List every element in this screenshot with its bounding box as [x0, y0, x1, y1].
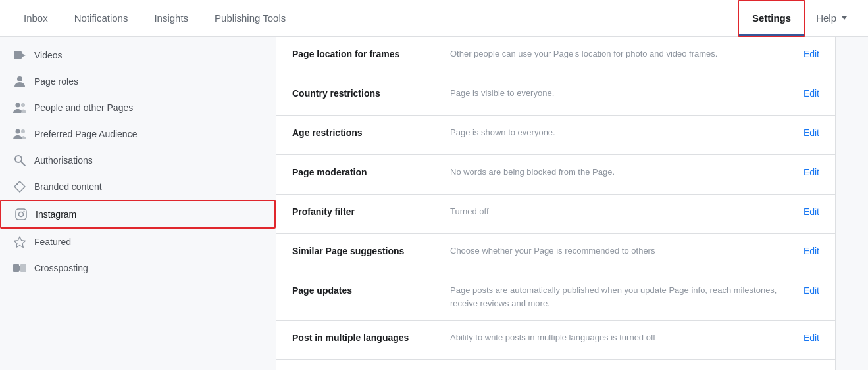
sidebar-item-preferred-audience[interactable]: Preferred Page Audience	[0, 121, 276, 147]
svg-point-2	[17, 76, 22, 81]
sidebar-label-authorisations: Authorisations	[34, 155, 93, 166]
settings-content: Page location for framesOther people can…	[276, 37, 835, 370]
setting-name: Page location for frames	[292, 47, 450, 59]
setting-name: Page moderation	[292, 166, 450, 177]
svg-point-6	[21, 129, 25, 133]
nav-help[interactable]: Help	[805, 0, 857, 37]
svg-line-8	[21, 162, 25, 166]
sidebar-label-page-roles: Page roles	[34, 76, 78, 87]
sidebar-label-videos: Videos	[34, 50, 63, 60]
nav-inbox[interactable]: Inbox	[11, 0, 61, 37]
top-nav: Inbox Notifications Insights Publishing …	[0, 0, 868, 37]
setting-desc: Page posts are automatically published w…	[450, 284, 800, 310]
settings-row: Page location for framesOther people can…	[276, 37, 835, 76]
settings-row: Translate automaticallyYour posts may sh…	[276, 360, 835, 370]
nav-insights[interactable]: Insights	[141, 0, 201, 37]
sidebar-label-featured: Featured	[34, 237, 71, 247]
setting-edit-button[interactable]: Edit	[800, 205, 819, 217]
setting-edit-button[interactable]: Edit	[800, 166, 819, 177]
sidebar-item-crossposting[interactable]: Crossposting	[0, 255, 276, 281]
settings-row: Post in multiple languagesAbility to wri…	[276, 321, 835, 360]
svg-point-3	[16, 103, 20, 108]
setting-desc: Ability to write posts in multiple langu…	[450, 331, 800, 344]
setting-edit-button[interactable]: Edit	[800, 284, 819, 296]
setting-name: Country restrictions	[292, 87, 450, 99]
svg-rect-0	[14, 51, 22, 59]
setting-desc: No words are being blocked from the Page…	[450, 166, 800, 179]
right-panel	[835, 37, 868, 370]
people-icon	[13, 101, 26, 114]
setting-edit-button[interactable]: Edit	[800, 126, 819, 138]
setting-edit-button[interactable]: Edit	[800, 47, 819, 59]
setting-desc: Page is shown to everyone.	[450, 126, 800, 139]
sidebar-item-videos[interactable]: Videos	[0, 42, 276, 68]
setting-name: Age restrictions	[292, 126, 450, 138]
sidebar-item-page-roles[interactable]: Page roles	[0, 68, 276, 95]
setting-name: Profanity filter	[292, 205, 450, 217]
setting-desc: Turned off	[450, 205, 800, 218]
svg-marker-1	[22, 53, 26, 57]
settings-row: Page moderationNo words are being blocke…	[276, 155, 835, 195]
sidebar-item-instagram[interactable]: Instagram	[0, 200, 276, 229]
svg-point-9	[16, 183, 18, 185]
setting-desc: Choose whether your Page is recommended …	[450, 244, 800, 258]
svg-point-12	[24, 211, 25, 212]
svg-point-4	[21, 103, 25, 107]
person-icon	[13, 75, 26, 88]
setting-edit-button[interactable]: Edit	[800, 331, 819, 343]
svg-rect-10	[16, 209, 26, 220]
setting-edit-button[interactable]: Edit	[800, 244, 819, 256]
settings-row: Similar Page suggestionsChoose whether y…	[276, 234, 835, 273]
setting-desc: Page is visible to everyone.	[450, 87, 800, 100]
setting-name: Page updates	[292, 284, 450, 296]
setting-name: Post in multiple languages	[292, 331, 450, 343]
settings-row: Profanity filterTurned offEdit	[276, 195, 835, 234]
sidebar-label-instagram: Instagram	[36, 209, 76, 220]
sidebar-item-authorisations[interactable]: Authorisations	[0, 147, 276, 173]
nav-settings[interactable]: Settings	[738, 0, 805, 37]
svg-point-11	[19, 212, 24, 217]
help-label: Help	[816, 12, 836, 24]
settings-row: Age restrictionsPage is shown to everyon…	[276, 116, 835, 155]
main-layout: Videos Page roles People and other P	[0, 37, 868, 370]
sidebar-label-people-pages: People and other Pages	[34, 103, 133, 113]
settings-row: Page updatesPage posts are automatically…	[276, 273, 835, 321]
sidebar-label-crossposting: Crossposting	[34, 263, 88, 273]
sidebar: Videos Page roles People and other P	[0, 37, 276, 370]
nav-publishing-tools[interactable]: Publishing Tools	[201, 0, 299, 37]
sidebar-item-featured[interactable]: Featured	[0, 229, 276, 255]
tag-icon	[13, 180, 26, 193]
audience-icon	[13, 127, 26, 141]
svg-rect-14	[13, 264, 19, 272]
key-icon	[13, 154, 26, 167]
crosspost-icon	[13, 262, 26, 275]
sidebar-label-branded-content: Branded content	[34, 181, 102, 192]
star-icon	[13, 235, 26, 248]
instagram-icon	[14, 208, 28, 221]
svg-rect-16	[20, 264, 26, 272]
settings-row: Country restrictionsPage is visible to e…	[276, 76, 835, 116]
sidebar-item-people-pages[interactable]: People and other Pages	[0, 95, 276, 121]
svg-point-5	[16, 129, 20, 134]
nav-notifications[interactable]: Notifications	[61, 0, 141, 37]
sidebar-label-preferred-audience: Preferred Page Audience	[34, 129, 137, 139]
video-icon	[13, 49, 26, 62]
sidebar-item-branded-content[interactable]: Branded content	[0, 173, 276, 200]
help-chevron-icon	[842, 16, 847, 20]
svg-marker-13	[14, 237, 26, 248]
setting-edit-button[interactable]: Edit	[800, 87, 819, 99]
setting-desc: Other people can use your Page's locatio…	[450, 47, 800, 60]
setting-name: Similar Page suggestions	[292, 244, 450, 256]
